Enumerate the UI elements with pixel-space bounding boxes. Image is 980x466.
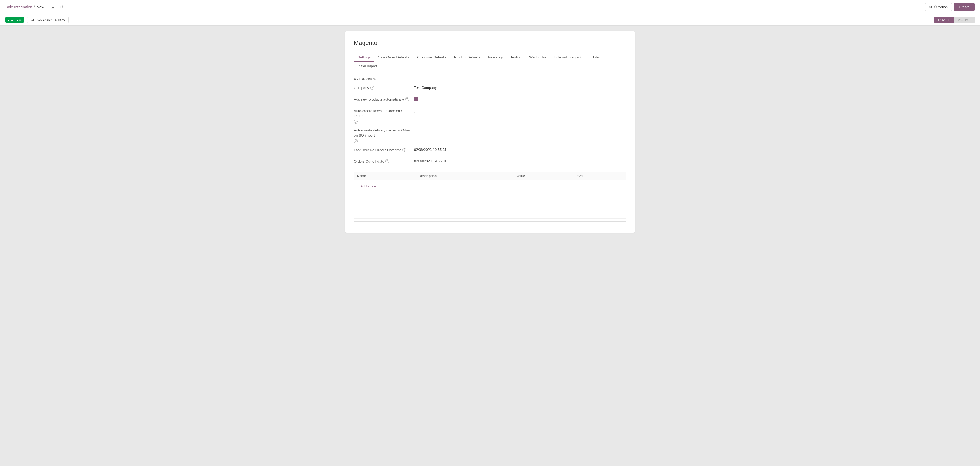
col-name: Name: [354, 172, 415, 180]
label-text-orders-cutoff: Orders Cut-off date: [354, 159, 384, 164]
status-bar-right: DRAFT ACTIVE: [934, 17, 975, 23]
label-text-auto-create-delivery: Auto-create delivery carrier in Odoo on …: [354, 128, 414, 138]
add-line-row[interactable]: Add a line: [354, 180, 626, 192]
top-bar-icons: ☁ ↺: [49, 4, 65, 10]
action-label: ⚙ Action: [934, 5, 948, 9]
help-icon-auto-create-delivery: ?: [354, 139, 358, 143]
action-button[interactable]: ⚙ ⚙ Action: [925, 3, 952, 11]
empty-row-2: [354, 201, 626, 210]
value-company: Test Company: [414, 85, 626, 90]
status-bar-left: ACTIVE CHECK CONNECTION: [5, 17, 68, 23]
label-last-receive-orders: Last Receive Orders Datetime?: [354, 147, 414, 153]
add-line-link[interactable]: Add a line: [357, 183, 380, 190]
tab-testing[interactable]: Testing: [506, 53, 525, 62]
breadcrumb: Sale Integration / New: [5, 5, 44, 9]
label-text-last-receive-orders: Last Receive Orders Datetime: [354, 148, 401, 153]
cloud-icon: ☁: [51, 5, 55, 9]
breadcrumb-parent[interactable]: Sale Integration: [5, 5, 32, 9]
form-title-input[interactable]: [354, 39, 425, 48]
tab-sale-order-defaults[interactable]: Sale Order Defaults: [374, 53, 413, 62]
help-icon-company: ?: [370, 86, 374, 90]
field-row-auto-create-delivery: Auto-create delivery carrier in Odoo on …: [354, 127, 626, 143]
checkbox-add-new-products[interactable]: [414, 97, 418, 102]
label-text-add-new-products: Add new products automatically: [354, 97, 404, 102]
label-company: Company?: [354, 85, 414, 91]
check-connection-button[interactable]: CHECK CONNECTION: [27, 17, 68, 23]
main-content: SettingsSale Order DefaultsCustomer Defa…: [0, 26, 980, 238]
breadcrumb-current: New: [37, 5, 44, 9]
field-row-auto-create-taxes: Auto-create taxes in Odoo on SO import?: [354, 108, 626, 124]
help-icon-add-new-products: ?: [405, 97, 409, 101]
field-row-add-new-products: Add new products automatically?: [354, 97, 626, 104]
form-container: SettingsSale Order DefaultsCustomer Defa…: [345, 31, 635, 232]
field-row-last-receive-orders: Last Receive Orders Datetime?02/08/2023 …: [354, 147, 626, 155]
field-row-orders-cutoff: Orders Cut-off date?02/08/2023 19:55:31: [354, 159, 626, 166]
refresh-icon: ↺: [60, 5, 64, 9]
tab-external-integration[interactable]: External Integration: [550, 53, 589, 62]
table-divider: [354, 221, 626, 222]
tab-inventory[interactable]: Inventory: [484, 53, 506, 62]
status-bar: ACTIVE CHECK CONNECTION DRAFT ACTIVE: [0, 14, 980, 26]
field-row-company: Company?Test Company: [354, 85, 626, 93]
discard-icon-button[interactable]: ↺: [59, 4, 65, 10]
create-button[interactable]: Create: [954, 3, 975, 11]
tab-product-defaults[interactable]: Product Defaults: [450, 53, 484, 62]
tab-settings[interactable]: Settings: [354, 53, 374, 62]
stage-active-button[interactable]: ACTIVE: [954, 17, 975, 23]
col-eval: Eval: [573, 172, 626, 180]
label-auto-create-taxes: Auto-create taxes in Odoo on SO import?: [354, 108, 414, 124]
label-add-new-products: Add new products automatically?: [354, 97, 414, 102]
help-icon-orders-cutoff: ?: [385, 159, 389, 163]
top-bar: Sale Integration / New ☁ ↺ ⚙ ⚙ Action Cr…: [0, 0, 980, 14]
empty-row-3: [354, 210, 626, 218]
col-value: Value: [513, 172, 573, 180]
checkbox-auto-create-taxes[interactable]: [414, 108, 418, 113]
tab-customer-defaults[interactable]: Customer Defaults: [413, 53, 450, 62]
stage-draft-button[interactable]: DRAFT: [934, 17, 954, 23]
label-text-company: Company: [354, 86, 369, 91]
breadcrumb-separator: /: [34, 5, 35, 9]
value-auto-create-taxes[interactable]: [414, 108, 626, 114]
value-auto-create-delivery[interactable]: [414, 127, 626, 133]
empty-row-1: [354, 192, 626, 201]
checkbox-auto-create-delivery[interactable]: [414, 128, 418, 132]
label-orders-cutoff: Orders Cut-off date?: [354, 159, 414, 164]
tab-webhooks[interactable]: Webhooks: [525, 53, 550, 62]
tab-jobs[interactable]: Jobs: [589, 53, 603, 62]
label-text-auto-create-taxes: Auto-create taxes in Odoo on SO import: [354, 108, 414, 118]
value-orders-cutoff: 02/08/2023 19:55:31: [414, 159, 626, 163]
gear-icon: ⚙: [929, 5, 932, 9]
top-bar-left: Sale Integration / New ☁ ↺: [5, 4, 65, 10]
top-bar-right: ⚙ ⚙ Action Create: [925, 3, 975, 11]
tab-initial-import[interactable]: Initial Import: [354, 62, 381, 71]
help-icon-auto-create-taxes: ?: [354, 120, 358, 124]
col-description: Description: [415, 172, 513, 180]
section-title: Api service: [354, 77, 626, 81]
value-add-new-products[interactable]: [414, 97, 626, 102]
form-fields: Company?Test CompanyAdd new products aut…: [354, 85, 626, 166]
data-table: Name Description Value Eval Add a line: [354, 172, 626, 219]
value-last-receive-orders: 02/08/2023 19:55:31: [414, 147, 626, 152]
save-icon-button[interactable]: ☁: [49, 4, 56, 10]
help-icon-last-receive-orders: ?: [402, 148, 406, 152]
table-header-row: Name Description Value Eval: [354, 172, 626, 180]
label-auto-create-delivery: Auto-create delivery carrier in Odoo on …: [354, 127, 414, 143]
active-badge: ACTIVE: [5, 17, 24, 23]
tabs-container: SettingsSale Order DefaultsCustomer Defa…: [354, 53, 626, 71]
